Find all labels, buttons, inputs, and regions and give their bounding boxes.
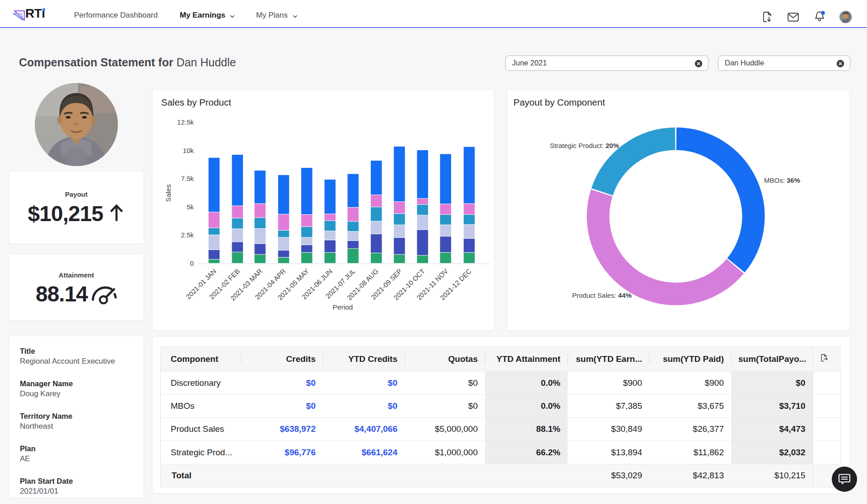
svg-text:Strategic Product: 20%: Strategic Product: 20% (550, 142, 619, 149)
svg-text:5k: 5k (186, 203, 194, 211)
svg-text:0: 0 (190, 259, 194, 267)
svg-text:2.5k: 2.5k (181, 231, 194, 239)
svg-text:12.5k: 12.5k (177, 118, 194, 126)
svg-text:10k: 10k (183, 147, 194, 154)
svg-text:Product Sales: 44%: Product Sales: 44% (572, 291, 632, 299)
svg-text:7.5k: 7.5k (181, 175, 194, 182)
svg-text:Sales: Sales (164, 184, 172, 202)
svg-text:Period: Period (333, 303, 353, 311)
svg-text:MBOs: 36%: MBOs: 36% (764, 176, 800, 184)
